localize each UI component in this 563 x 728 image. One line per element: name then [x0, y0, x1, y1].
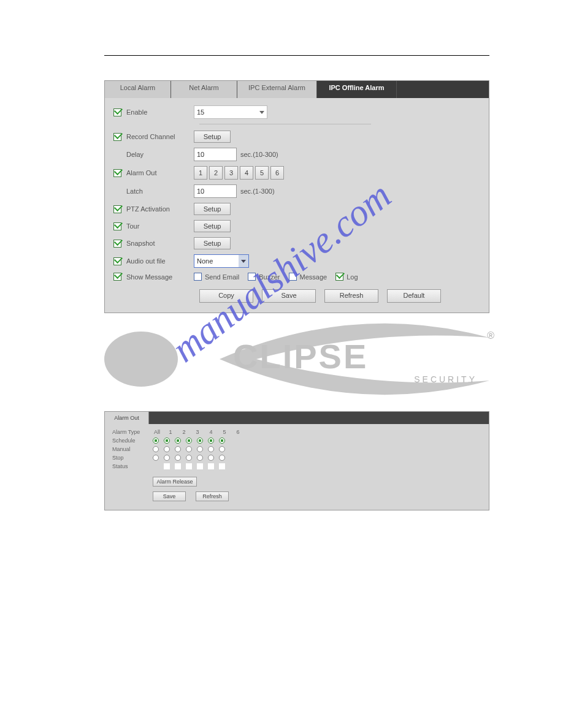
col-4: 4 — [207, 429, 215, 435]
tab-ipc-external-alarm[interactable]: IPC External Alarm — [237, 81, 317, 98]
enable-checkbox[interactable] — [113, 108, 121, 116]
delay-input[interactable] — [194, 148, 237, 161]
col-1: 1 — [166, 429, 175, 435]
alarm-out-4-button[interactable]: 4 — [240, 166, 253, 180]
alarm-out-3-button[interactable]: 3 — [224, 166, 238, 180]
schedule-radio-1[interactable] — [164, 438, 170, 444]
latch-input[interactable] — [194, 184, 237, 198]
status-1 — [164, 463, 170, 469]
schedule-radio-6[interactable] — [219, 438, 225, 444]
stop-radio-6[interactable] — [219, 455, 225, 461]
manual-radio-3[interactable] — [186, 446, 192, 452]
stop-radio-3[interactable] — [186, 455, 192, 461]
alarm-out-label: Alarm Out — [126, 169, 194, 176]
tab-alarm-out[interactable]: Alarm Out — [105, 412, 149, 424]
schedule-label: Schedule — [112, 438, 153, 444]
alarm-release-button[interactable]: Alarm Release — [153, 477, 197, 487]
enable-channel-select[interactable]: 15 — [194, 105, 267, 119]
ptz-activation-checkbox[interactable] — [113, 205, 121, 213]
snapshot-checkbox[interactable] — [113, 240, 121, 248]
alarm-out-5-button[interactable]: 5 — [255, 166, 269, 180]
stop-radio-2[interactable] — [175, 455, 181, 461]
save-button[interactable]: Save — [262, 289, 316, 303]
audio-out-select[interactable]: None — [194, 254, 249, 268]
status-2 — [175, 463, 181, 469]
status-5 — [208, 463, 214, 469]
latch-unit: sec.(1-300) — [240, 188, 275, 195]
schedule-radio-all[interactable] — [153, 438, 159, 444]
log-label: Log — [347, 273, 358, 281]
audio-out-label: Audio out file — [126, 257, 194, 265]
snapshot-label: Snapshot — [126, 240, 194, 247]
ptz-activation-label: PTZ Activation — [126, 205, 194, 213]
stop-label: Stop — [112, 455, 153, 461]
status-4 — [197, 463, 203, 469]
col-all: All — [153, 429, 161, 435]
tour-checkbox[interactable] — [113, 222, 121, 230]
chevron-down-icon — [259, 111, 264, 114]
tab-net-alarm[interactable]: Net Alarm — [171, 81, 237, 98]
manual-radio-6[interactable] — [219, 446, 225, 452]
show-message-label: Show Message — [126, 273, 194, 281]
audio-out-value: None — [197, 257, 213, 265]
message-label: Message — [300, 273, 327, 281]
enable-label: Enable — [126, 108, 194, 116]
manual-radio-4[interactable] — [197, 446, 203, 452]
col-2: 2 — [180, 429, 188, 435]
divider — [199, 124, 371, 124]
alarm-out-1-button[interactable]: 1 — [194, 166, 207, 180]
record-channel-label: Record Channel — [126, 133, 194, 140]
manual-radio-1[interactable] — [164, 446, 170, 452]
schedule-radio-3[interactable] — [186, 438, 192, 444]
snapshot-setup-button[interactable]: Setup — [194, 237, 231, 249]
buzzer-checkbox[interactable] — [248, 273, 256, 281]
panel2-refresh-button[interactable]: Refresh — [196, 491, 229, 501]
tab-ipc-offline-alarm[interactable]: IPC Offline Alarm — [317, 81, 397, 98]
copy-button[interactable]: Copy — [199, 289, 253, 303]
record-channel-setup-button[interactable]: Setup — [194, 131, 231, 143]
alarm-type-label: Alarm Type — [112, 429, 153, 435]
audio-out-checkbox[interactable] — [113, 257, 121, 265]
eclipse-security-logo: CLIPSE SECURITY ® — [104, 319, 489, 399]
default-button[interactable]: Default — [387, 289, 441, 303]
status-label: Status — [112, 463, 153, 469]
col-5: 5 — [220, 429, 229, 435]
alarm-out-checkbox[interactable] — [113, 169, 121, 177]
panel2-save-button[interactable]: Save — [153, 491, 186, 501]
refresh-button[interactable]: Refresh — [324, 289, 378, 303]
delay-unit: sec.(10-300) — [240, 151, 278, 158]
ptz-setup-button[interactable]: Setup — [194, 203, 231, 215]
tour-label: Tour — [126, 222, 194, 230]
log-checkbox[interactable] — [335, 273, 343, 281]
manual-label: Manual — [112, 446, 153, 452]
manual-radio-all[interactable] — [153, 446, 159, 452]
send-email-checkbox[interactable] — [194, 273, 202, 281]
chevron-down-icon — [239, 255, 248, 267]
schedule-radio-5[interactable] — [208, 438, 214, 444]
alarm-out-6-button[interactable]: 6 — [270, 166, 284, 180]
tab-local-alarm[interactable]: Local Alarm — [105, 81, 171, 98]
stop-radio-5[interactable] — [208, 455, 214, 461]
alarm-out-panel: Alarm Out Alarm Type All 1 2 3 4 5 6 Sch… — [104, 411, 489, 510]
show-message-checkbox[interactable] — [113, 273, 121, 281]
alarm-out-2-button[interactable]: 2 — [209, 166, 223, 180]
manual-radio-5[interactable] — [208, 446, 214, 452]
col-3: 3 — [193, 429, 202, 435]
col-6: 6 — [234, 429, 242, 435]
status-6 — [219, 463, 225, 469]
ipc-offline-alarm-panel: Local Alarm Net Alarm IPC External Alarm… — [104, 80, 489, 313]
manual-radio-2[interactable] — [175, 446, 181, 452]
logo-text: CLIPSE — [233, 336, 368, 376]
message-checkbox[interactable] — [289, 273, 297, 281]
buzzer-label: Buzzer — [259, 273, 280, 281]
stop-radio-all[interactable] — [153, 455, 159, 461]
record-channel-checkbox[interactable] — [113, 133, 121, 141]
status-3 — [186, 463, 192, 469]
schedule-radio-2[interactable] — [175, 438, 181, 444]
tour-setup-button[interactable]: Setup — [194, 220, 231, 232]
latch-label: Latch — [126, 188, 194, 195]
schedule-radio-4[interactable] — [197, 438, 203, 444]
enable-channel-value: 15 — [197, 108, 204, 116]
stop-radio-1[interactable] — [164, 455, 170, 461]
stop-radio-4[interactable] — [197, 455, 203, 461]
